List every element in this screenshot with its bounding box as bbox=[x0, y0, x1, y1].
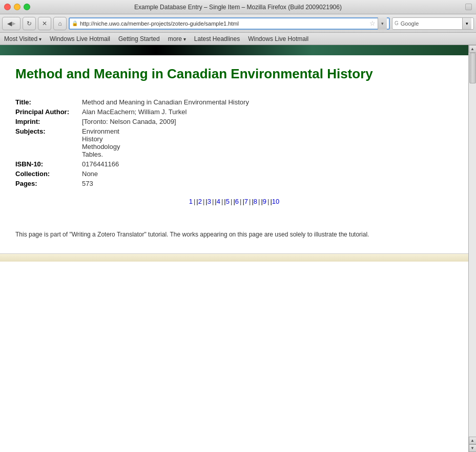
maximize-button[interactable] bbox=[24, 4, 30, 10]
title-bar: Example Database Entry – Single Item – M… bbox=[0, 0, 476, 14]
collection-label: Collection: bbox=[15, 170, 82, 178]
beige-separator-bar bbox=[0, 253, 468, 262]
page-link-6[interactable]: 6 bbox=[235, 198, 243, 205]
page-link-3[interactable]: 3 bbox=[208, 198, 215, 205]
page-footer-note: This page is part of "Writing a Zotero T… bbox=[15, 231, 453, 248]
scroll-down-arrow-2[interactable]: ▼ bbox=[469, 444, 477, 452]
bookmark-latest-headlines[interactable]: Latest Headlines bbox=[194, 35, 240, 42]
forward-icon: ▶ bbox=[12, 20, 16, 26]
resize-icon[interactable] bbox=[465, 4, 472, 10]
scroll-thumb[interactable] bbox=[469, 53, 476, 83]
meta-row-isbn: ISBN-10: 0176441166 bbox=[15, 160, 453, 168]
bookmark-star-icon[interactable]: ☆ bbox=[369, 19, 376, 27]
subjects-label: Subjects: bbox=[15, 127, 82, 135]
address-lock-icon: 🔒 bbox=[72, 20, 78, 26]
page-link-10[interactable]: 10 bbox=[272, 198, 279, 205]
stop-button[interactable]: ✕ bbox=[38, 17, 51, 30]
stop-icon: ✕ bbox=[42, 20, 47, 27]
collection-value: None bbox=[82, 170, 98, 178]
meta-row-subjects: Subjects: Environment History Methodolog… bbox=[15, 127, 453, 158]
page-link-4[interactable]: 4 bbox=[217, 198, 224, 205]
vertical-scrollbar[interactable]: ▲ ▲ ▼ bbox=[468, 45, 476, 452]
page-content: Method and Meaning in Canadian Environme… bbox=[0, 55, 468, 226]
page-title: Method and Meaning in Canadian Environme… bbox=[15, 66, 453, 83]
page-link-9[interactable]: 9 bbox=[263, 198, 271, 205]
bookmark-getting-started[interactable]: Getting Started bbox=[118, 35, 160, 42]
bookmark-hotmail-1[interactable]: Windows Live Hotmail bbox=[50, 35, 110, 42]
page-area: Method and Meaning in Canadian Environme… bbox=[0, 45, 468, 452]
search-dropdown-button[interactable]: ▾ bbox=[462, 18, 471, 29]
scroll-down-arrow-1[interactable]: ▲ bbox=[469, 437, 477, 444]
back-icon: ◀ bbox=[7, 20, 12, 27]
home-icon: ⌂ bbox=[58, 20, 61, 27]
address-dropdown-icon[interactable]: ▾ bbox=[378, 17, 387, 30]
isbn-label: ISBN-10: bbox=[15, 160, 82, 168]
imprint-label: Imprint: bbox=[15, 118, 82, 125]
page-link-8[interactable]: 8 bbox=[254, 198, 261, 205]
reload-button[interactable]: ↻ bbox=[23, 17, 36, 30]
page-top-bar bbox=[0, 45, 468, 55]
home-button[interactable]: ⌂ bbox=[53, 17, 67, 30]
reload-icon: ↻ bbox=[27, 20, 32, 27]
search-dropdown-icon: ▾ bbox=[466, 21, 468, 26]
subject-3: Tables. bbox=[82, 150, 120, 158]
meta-row-pages: Pages: 573 bbox=[15, 180, 453, 187]
meta-row-imprint: Imprint: [Toronto: Nelson Canada, 2009] bbox=[15, 118, 453, 125]
author-value: Alan MacEachern; William J. Turkel bbox=[82, 108, 187, 116]
author-label: Principal Author: bbox=[15, 108, 82, 116]
pages-value: 573 bbox=[82, 180, 93, 187]
page-link-1[interactable]: 1 bbox=[189, 198, 197, 205]
page-link-2[interactable]: 2 bbox=[198, 198, 206, 205]
imprint-value: [Toronto: Nelson Canada, 2009] bbox=[82, 118, 176, 125]
back-button[interactable]: ◀ ▶ bbox=[2, 17, 20, 30]
page-link-5[interactable]: 5 bbox=[226, 198, 234, 205]
subject-0: Environment bbox=[82, 127, 120, 135]
title-label: Title: bbox=[15, 98, 82, 106]
meta-row-title: Title: Method and Meaning in Canadian En… bbox=[15, 98, 453, 106]
close-button[interactable] bbox=[4, 4, 11, 10]
meta-row-collection: Collection: None bbox=[15, 170, 453, 178]
metadata-table: Title: Method and Meaning in Canadian En… bbox=[15, 98, 453, 187]
bookmarks-bar: Most Visited Windows Live Hotmail Gettin… bbox=[0, 33, 476, 45]
search-input[interactable]: Google bbox=[401, 20, 460, 27]
pagination: 1|2|3|4|5|6|7|8|9|10 bbox=[15, 198, 453, 205]
window-title: Example Database Entry – Single Item – M… bbox=[134, 4, 342, 11]
search-bar[interactable]: G Google ▾ bbox=[392, 17, 474, 30]
bookmark-more[interactable]: more bbox=[168, 35, 186, 42]
pages-label: Pages: bbox=[15, 180, 82, 187]
page-link-7[interactable]: 7 bbox=[244, 198, 252, 205]
window-controls bbox=[4, 4, 30, 10]
minimize-button[interactable] bbox=[14, 4, 20, 10]
address-text: http://niche.uwo.ca/member-projects/zote… bbox=[80, 20, 367, 27]
scroll-track[interactable] bbox=[469, 53, 477, 437]
address-bar[interactable]: 🔒 http://niche.uwo.ca/member-projects/zo… bbox=[69, 17, 390, 30]
search-engine-icon: G bbox=[395, 20, 399, 26]
scroll-up-arrow[interactable]: ▲ bbox=[469, 45, 477, 53]
title-value: Method and Meaning in Canadian Environme… bbox=[82, 98, 249, 106]
bookmark-most-visited[interactable]: Most Visited bbox=[4, 35, 42, 42]
subject-2: Methodology bbox=[82, 143, 120, 150]
subject-1: History bbox=[82, 135, 120, 143]
meta-row-author: Principal Author: Alan MacEachern; Willi… bbox=[15, 108, 453, 116]
bookmark-hotmail-2[interactable]: Windows Live Hotmail bbox=[248, 35, 308, 42]
browser-content: Method and Meaning in Canadian Environme… bbox=[0, 45, 476, 452]
subjects-values: Environment History Methodology Tables. bbox=[82, 127, 120, 158]
navigation-bar: ◀ ▶ ↻ ✕ ⌂ 🔒 http://niche.uwo.ca/member-p… bbox=[0, 14, 476, 33]
isbn-value: 0176441166 bbox=[82, 160, 119, 168]
